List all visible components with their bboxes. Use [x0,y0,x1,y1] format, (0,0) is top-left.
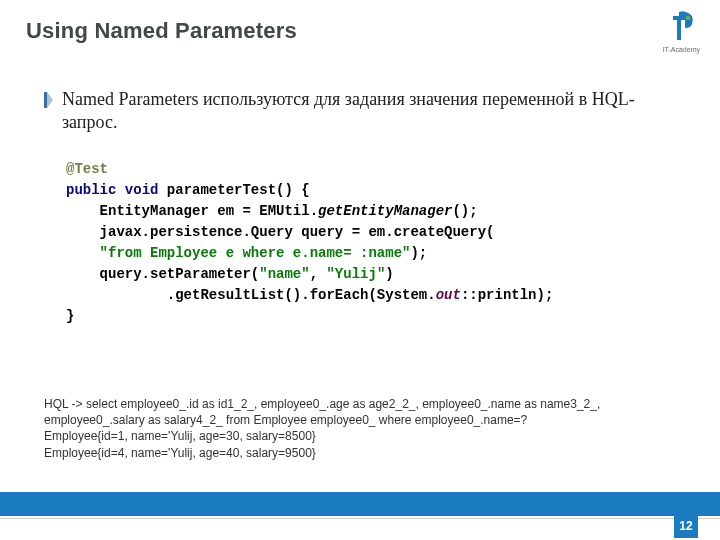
svg-point-0 [686,15,690,19]
output-line: Employee{id=1, name='Yulij, age=30, sala… [44,428,676,444]
output-line: HQL -> select employee0_.id as id1_2_, e… [44,396,676,428]
logo-caption: IT-Academy [663,46,700,53]
paragraph: Named Parameters используются для задани… [62,88,676,135]
code-line: "from Employee e where e.name= :name"); [66,243,676,264]
code-line: .getResultList().forEach(System.out::pri… [66,285,676,306]
footer-band [0,492,720,516]
code-line: @Test [66,159,676,180]
code-line: } [66,306,676,327]
page-number: 12 [674,514,698,538]
code-line: query.setParameter("name", "Yulij") [66,264,676,285]
bullet-icon [44,92,58,110]
slide-content: Named Parameters используются для задани… [44,88,676,327]
slide-header: Using Named Parameters IT-Academy [0,0,720,62]
output-block: HQL -> select employee0_.id as id1_2_, e… [44,396,676,461]
footer-divider [0,518,720,519]
code-line: public void parameterTest() { [66,180,676,201]
slide-title: Using Named Parameters [26,18,663,44]
code-line: EntityManager em = EMUtil.getEntityManag… [66,201,676,222]
code-block: @Test public void parameterTest() { Enti… [66,159,676,327]
code-line: javax.persistence.Query query = em.creat… [66,222,676,243]
output-line: Employee{id=4, name='Yulij, age=40, sala… [44,445,676,461]
bullet-item: Named Parameters используются для задани… [44,88,676,135]
it-academy-icon [666,10,696,44]
logo: IT-Academy [663,10,700,53]
